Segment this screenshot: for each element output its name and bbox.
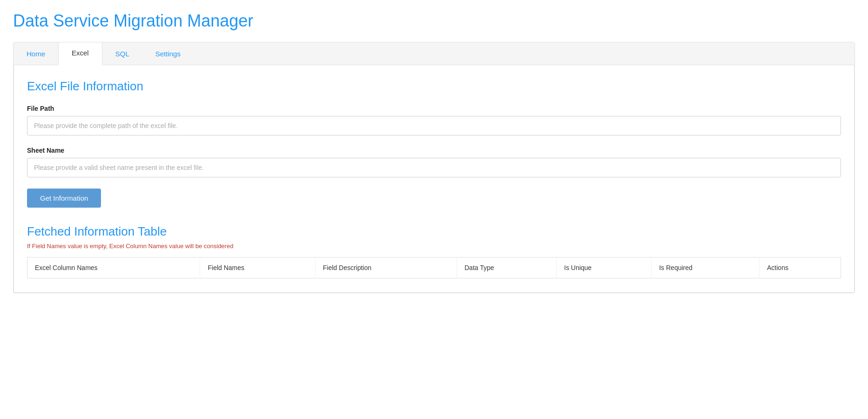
table-header-row: Excel Column NamesField NamesField Descr… xyxy=(27,257,841,278)
table-column-header: Is Unique xyxy=(557,257,652,278)
table-column-header: Excel Column Names xyxy=(27,257,200,278)
tab-excel[interactable]: Excel xyxy=(58,42,102,65)
fetched-info-table: Excel Column NamesField NamesField Descr… xyxy=(27,257,841,278)
get-information-button[interactable]: Get Information xyxy=(27,189,101,208)
file-path-input[interactable] xyxy=(27,116,841,135)
tabs-header: Home Excel SQL Settings xyxy=(13,42,855,65)
file-path-group: File Path xyxy=(27,105,841,135)
tab-home[interactable]: Home xyxy=(13,42,58,65)
table-column-header: Is Required xyxy=(652,257,760,278)
sheet-name-input[interactable] xyxy=(27,158,841,177)
table-column-header: Actions xyxy=(760,257,841,278)
sheet-name-label: Sheet Name xyxy=(27,147,841,154)
app-title: Data Service Migration Manager xyxy=(13,11,855,31)
table-note: If Field Names value is empty, Excel Col… xyxy=(27,243,841,250)
excel-section-title: Excel File Information xyxy=(27,79,841,94)
table-column-header: Field Description xyxy=(315,257,457,278)
fetched-section-title: Fetched Information Table xyxy=(27,224,841,239)
app-container: Data Service Migration Manager Home Exce… xyxy=(0,0,868,304)
table-column-header: Field Names xyxy=(200,257,315,278)
file-path-label: File Path xyxy=(27,105,841,112)
tabs-container: Home Excel SQL Settings Excel File Infor… xyxy=(13,42,855,293)
table-column-header: Data Type xyxy=(457,257,557,278)
tab-sql[interactable]: SQL xyxy=(102,42,142,65)
tab-content-excel: Excel File Information File Path Sheet N… xyxy=(13,65,855,293)
tab-settings[interactable]: Settings xyxy=(142,42,194,65)
sheet-name-group: Sheet Name xyxy=(27,147,841,177)
